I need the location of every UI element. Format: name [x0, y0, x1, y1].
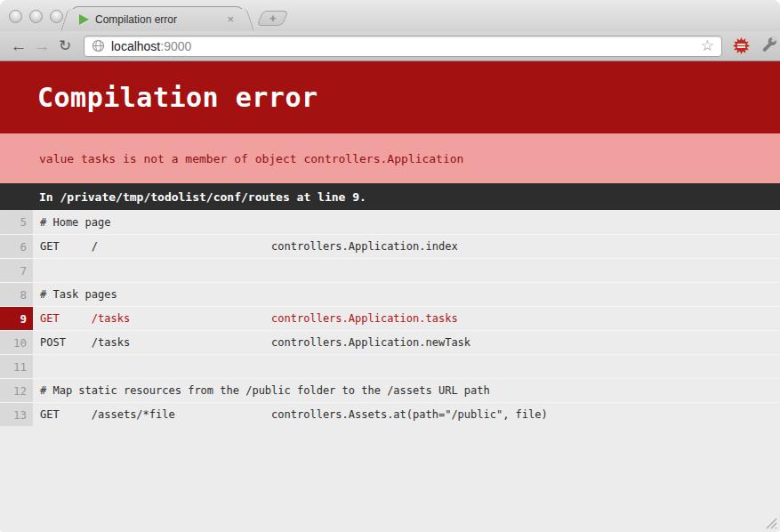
minimize-window-button[interactable] — [29, 10, 43, 23]
code-text: # Task pages — [33, 283, 780, 306]
code-line: 13GET /assets/*file controllers.Assets.a… — [0, 402, 780, 426]
toolbar-actions — [733, 36, 778, 57]
code-text: GET / controllers.Application.index — [33, 235, 780, 258]
tab-compilation-error[interactable]: Compilation error × — [71, 6, 244, 31]
line-number: 10 — [0, 331, 33, 354]
code-line: 7 — [0, 258, 780, 282]
line-number: 9 — [0, 307, 33, 330]
back-button[interactable]: ← — [7, 37, 30, 54]
code-line: 12# Map static resources from the /publi… — [0, 378, 780, 402]
page-title: Compilation error — [37, 82, 318, 113]
error-location-bar: In /private/tmp/todolist/conf/routes at … — [0, 183, 780, 210]
code-line: 9GET /tasks controllers.Application.task… — [0, 306, 780, 330]
line-number: 8 — [0, 283, 33, 306]
bookmark-star-icon[interactable]: ☆ — [701, 38, 714, 53]
code-text — [33, 259, 780, 282]
error-header: Compilation error — [0, 61, 780, 133]
plus-icon: + — [269, 12, 277, 24]
line-number: 6 — [0, 235, 33, 258]
zoom-window-button[interactable] — [50, 10, 63, 23]
error-message-bar: value tasks is not a member of object co… — [0, 133, 780, 183]
window-controls — [9, 10, 63, 23]
navigation-toolbar: ← → ↻ localhost:9000 ☆ — [0, 31, 780, 61]
close-window-button[interactable] — [9, 10, 22, 23]
url-host: localhost — [111, 39, 160, 53]
reload-button[interactable]: ↻ — [53, 38, 76, 53]
wrench-icon[interactable] — [760, 36, 778, 57]
code-listing: 5# Home page6GET / controllers.Applicati… — [0, 210, 780, 426]
code-line: 6GET / controllers.Application.index — [0, 234, 780, 258]
line-number: 13 — [0, 403, 33, 426]
code-text: POST /tasks controllers.Application.newT… — [33, 331, 780, 354]
page-viewport: Compilation error value tasks is not a m… — [0, 61, 780, 532]
line-number: 7 — [0, 259, 33, 282]
code-text — [33, 355, 780, 378]
tab-close-icon[interactable]: × — [225, 13, 236, 25]
tab-title: Compilation error — [95, 13, 225, 26]
line-number: 11 — [0, 355, 33, 378]
code-text: GET /tasks controllers.Application.tasks — [33, 307, 780, 330]
code-text: # Map static resources from the /public … — [33, 379, 780, 402]
code-text: GET /assets/*file controllers.Assets.at(… — [33, 403, 780, 426]
url-port: :9000 — [160, 39, 191, 53]
error-message: value tasks is not a member of object co… — [39, 152, 463, 165]
error-location: In /private/tmp/todolist/conf/routes at … — [39, 190, 366, 204]
new-tab-button[interactable]: + — [257, 11, 289, 26]
globe-icon — [92, 39, 105, 52]
code-line: 11 — [0, 354, 780, 378]
code-text: # Home page — [33, 210, 780, 234]
code-line: 8# Task pages — [0, 282, 780, 306]
titlebar: Compilation error × + — [0, 0, 780, 31]
address-bar[interactable]: localhost:9000 ☆ — [84, 36, 722, 57]
code-line: 5# Home page — [0, 210, 780, 234]
browser-window: Compilation error × + ← → ↻ localhost:90… — [0, 0, 780, 532]
extension-badge-icon[interactable] — [733, 37, 750, 54]
line-number: 5 — [0, 210, 33, 234]
line-number: 12 — [0, 379, 33, 402]
forward-button[interactable]: → — [30, 37, 53, 54]
play-favicon-icon — [79, 14, 89, 25]
code-line: 10POST /tasks controllers.Application.ne… — [0, 330, 780, 354]
window-resize-grip[interactable] — [764, 516, 777, 529]
